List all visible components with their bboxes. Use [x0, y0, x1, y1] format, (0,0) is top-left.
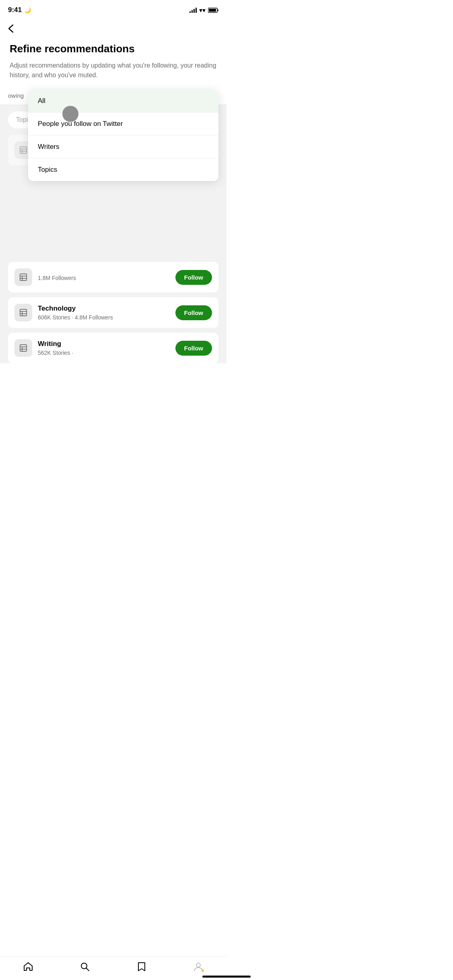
- battery-icon: [208, 8, 218, 13]
- topic-meta: 606K Stories · 4.8M Followers: [38, 314, 175, 321]
- topic-list: Follow All People you follow on Twitter …: [0, 135, 226, 363]
- page-title: Refine recommendations: [10, 43, 217, 55]
- svg-rect-2: [218, 9, 218, 11]
- topic-meta: 1.8M Followers: [38, 275, 175, 281]
- page-subtitle: Adjust recommendations by updating what …: [10, 61, 217, 80]
- topic-info: 1.8M Followers: [38, 273, 175, 281]
- topic-icon: [14, 268, 32, 286]
- dropdown-item-all[interactable]: All: [28, 90, 218, 113]
- follow-button[interactable]: Follow: [175, 341, 212, 356]
- topic-icon: [14, 339, 32, 357]
- topic-meta: 562K Stories ·: [38, 350, 175, 356]
- topic-name: Writing: [38, 340, 175, 348]
- topic-icon: [14, 304, 32, 321]
- list-item: Technology 606K Stories · 4.8M Followers…: [8, 297, 218, 328]
- status-icons: ▾▾: [189, 6, 218, 14]
- tab-following[interactable]: owing: [0, 86, 32, 105]
- list-item: Writing 562K Stories · Follow: [8, 333, 218, 363]
- signal-icon: [189, 7, 197, 13]
- svg-rect-3: [20, 147, 27, 154]
- status-bar: 9:41 🌙 ▾▾: [0, 0, 226, 18]
- topic-name: Technology: [38, 305, 175, 313]
- svg-rect-1: [209, 9, 216, 12]
- list-item: 1.8M Followers Follow: [8, 262, 218, 292]
- svg-rect-15: [20, 345, 27, 352]
- status-time: 9:41: [8, 6, 22, 14]
- dropdown-item-writers[interactable]: Writers: [28, 136, 218, 159]
- svg-rect-11: [20, 309, 27, 316]
- topic-info: Writing 562K Stories ·: [38, 340, 175, 356]
- drag-handle[interactable]: [62, 106, 78, 122]
- back-button[interactable]: [0, 18, 22, 39]
- content-area: Topics ⌄ Follow: [0, 105, 226, 363]
- follow-button[interactable]: Follow: [175, 305, 212, 320]
- moon-icon: 🌙: [24, 7, 31, 13]
- dropdown-menu: All People you follow on Twitter Writers…: [28, 90, 218, 181]
- dropdown-item-topics[interactable]: Topics: [28, 159, 218, 181]
- follow-button[interactable]: Follow: [175, 270, 212, 285]
- dropdown-item-twitter[interactable]: People you follow on Twitter: [28, 113, 218, 136]
- page-header: Refine recommendations Adjust recommenda…: [0, 39, 226, 86]
- svg-rect-7: [20, 274, 27, 281]
- topic-info: Technology 606K Stories · 4.8M Followers: [38, 305, 175, 321]
- wifi-icon: ▾▾: [199, 6, 206, 14]
